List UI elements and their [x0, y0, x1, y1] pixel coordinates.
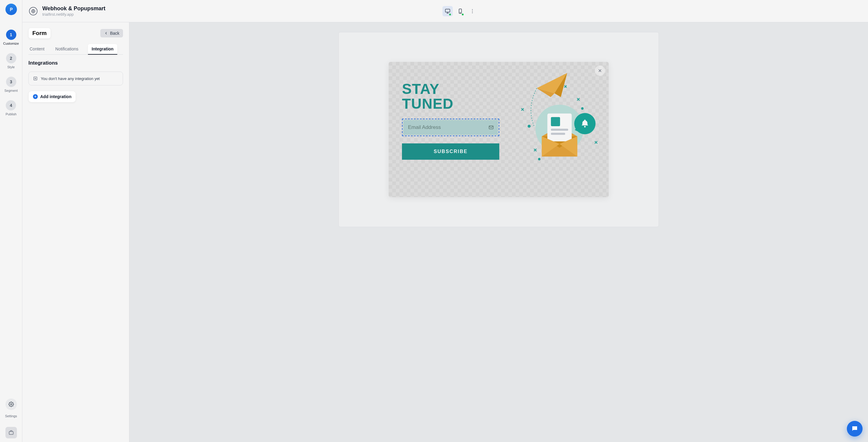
settings-label: Settings	[5, 414, 17, 418]
svg-point-8	[472, 10, 473, 11]
gear-icon	[8, 402, 14, 407]
panel-tabs: Content Notifications Integration	[28, 44, 123, 55]
wizard-step-segment[interactable]: 3 Segment	[4, 77, 18, 92]
add-integration-label: Add integration	[40, 94, 71, 99]
panel-title: Form	[28, 28, 51, 39]
chat-icon	[851, 425, 858, 432]
popup-left: STAY TUNED SUBSCRIBE	[389, 62, 512, 197]
status-dot	[462, 13, 464, 15]
email-input-wrap[interactable]	[402, 118, 499, 136]
svg-point-7	[472, 9, 473, 10]
desktop-icon	[444, 8, 451, 14]
tab-content[interactable]: Content	[28, 44, 45, 54]
svg-point-14	[581, 107, 584, 110]
step-label: Customize	[3, 42, 19, 45]
step-number: 4	[6, 100, 16, 110]
chat-fab[interactable]	[847, 421, 863, 437]
logo-p-icon	[8, 6, 14, 12]
back-label: Back	[110, 31, 119, 36]
top-bar: Webhook & Popupsmart trialfirst.netlify.…	[22, 0, 868, 22]
page-title: Webhook & Popupsmart	[42, 5, 105, 12]
canvas-frame: STAY TUNED SUBSCRIBE	[339, 32, 659, 227]
svg-point-9	[472, 12, 473, 13]
wizard-steps: 1 Customize 2 Style 3 Segment 4 Publish	[3, 30, 19, 116]
subscribe-button[interactable]: SUBSCRIBE	[402, 143, 499, 160]
form-side-panel: Form Back Content Notifications Integrat…	[22, 22, 129, 442]
svg-point-15	[538, 158, 540, 160]
back-button[interactable]: Back	[100, 29, 123, 37]
popup-title: STAY TUNED	[402, 82, 499, 111]
left-rail: 1 Customize 2 Style 3 Segment 4 Publish …	[0, 0, 22, 442]
wizard-step-style[interactable]: 2 Style	[6, 53, 16, 69]
svg-point-25	[584, 126, 586, 127]
device-desktop-button[interactable]	[442, 6, 453, 16]
step-label: Publish	[5, 112, 16, 116]
plus-icon: +	[33, 94, 38, 99]
step-number: 3	[6, 77, 16, 87]
integrations-heading: Integrations	[28, 60, 123, 66]
svg-rect-2	[9, 432, 13, 435]
brand-logo[interactable]	[5, 4, 17, 15]
svg-rect-22	[551, 129, 568, 131]
svg-point-12	[528, 125, 531, 128]
svg-rect-4	[445, 9, 450, 12]
tab-notifications[interactable]: Notifications	[54, 44, 80, 54]
mobile-icon	[457, 8, 463, 14]
empty-message: You don't have any integration yet	[41, 76, 100, 81]
email-input[interactable]	[403, 120, 498, 135]
integrations-empty-state: You don't have any integration yet	[28, 72, 123, 86]
page-url: trialfirst.netlify.app	[42, 12, 105, 17]
preview-canvas: STAY TUNED SUBSCRIBE	[129, 22, 868, 442]
tab-integration[interactable]: Integration	[88, 44, 117, 55]
step-number: 1	[6, 30, 16, 40]
mail-icon	[488, 125, 494, 130]
integration-icon	[33, 76, 38, 81]
globe-icon	[29, 7, 37, 15]
svg-rect-23	[551, 133, 565, 135]
more-vertical-icon	[470, 8, 475, 14]
popup-preview: STAY TUNED SUBSCRIBE	[389, 62, 609, 197]
step-number: 2	[6, 53, 16, 63]
status-dot	[449, 13, 451, 15]
device-mobile-button[interactable]	[455, 6, 465, 16]
step-label: Style	[7, 65, 14, 69]
svg-point-1	[10, 404, 12, 405]
svg-rect-21	[551, 117, 560, 126]
more-menu-button[interactable]	[468, 7, 477, 16]
wizard-step-publish[interactable]: 4 Publish	[5, 100, 16, 116]
briefcase-button[interactable]	[5, 427, 17, 438]
newsletter-illustration-icon	[512, 68, 602, 169]
step-label: Segment	[4, 89, 18, 92]
settings-button[interactable]	[5, 399, 17, 410]
page-title-block: Webhook & Popupsmart trialfirst.netlify.…	[42, 5, 105, 16]
arrow-left-icon	[104, 31, 108, 35]
add-integration-button[interactable]: + Add integration	[28, 91, 76, 102]
briefcase-icon	[8, 430, 14, 435]
svg-point-6	[460, 12, 461, 13]
popup-illustration	[512, 62, 609, 197]
wizard-step-customize[interactable]: 1 Customize	[3, 30, 19, 45]
